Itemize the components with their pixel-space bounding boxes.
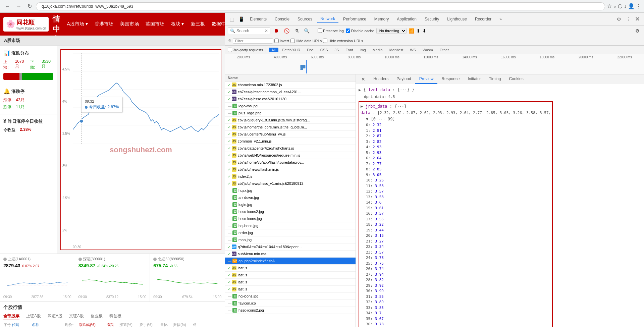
tab-sources[interactable]: Sources [294, 15, 316, 23]
list-item[interactable]: —🖼logo-ths.jpg [225, 103, 356, 110]
list-item[interactable]: ✓CScb7css/q/reset.common_v1.css&201... [225, 89, 356, 96]
list-item[interactable]: —🖼hqzx.jpg [225, 187, 356, 194]
list-item[interactable]: —🖼login.jpg [225, 201, 356, 208]
tab-sz-a[interactable]: 深证A股 [48, 313, 62, 320]
disable-cache-checkbox[interactable]: Disable cache [346, 29, 374, 33]
tab-initiator[interactable]: Initiator [464, 74, 485, 84]
root-expand[interactable]: ▶ [359, 88, 361, 92]
type-font[interactable]: Font [343, 48, 356, 52]
list-item[interactable]: —🖼hssc-icons2.jpg [225, 307, 356, 314]
tab-elements[interactable]: Elements [247, 15, 270, 23]
tab-kcb[interactable]: 科创板 [109, 313, 121, 320]
back-button[interactable]: ← [3, 2, 12, 11]
list-item[interactable]: ✓JScb7js/datacenter/rzrq/highcharts.js [225, 145, 356, 152]
list-item[interactable]: ✓CSsubMenu.min.css [225, 251, 356, 258]
type-other[interactable]: Other [437, 48, 452, 52]
list-item[interactable]: ✓JScb7js/home/v5/app/flash/;puredataprov… [225, 159, 356, 166]
list-item[interactable]: ✓CScb7css/q/hssc.css&20161130 [225, 96, 356, 103]
record-button[interactable]: ⏺ [272, 27, 280, 35]
list-item[interactable]: ✓JScb7js/q/jquery-1.8.3.min.js;ta.min.js… [225, 117, 356, 124]
list-item[interactable]: —🖼arr-down.jpg [225, 194, 356, 201]
list-item[interactable]: —🖼hssc-icons2.jpg [225, 208, 356, 215]
tab-security[interactable]: Security [421, 15, 442, 23]
list-item[interactable]: —🖼plus_logo.png [225, 110, 356, 117]
list-item[interactable]: —🖼hq-icons.jpg [225, 293, 356, 300]
invert-checkbox[interactable]: Invert [274, 39, 289, 43]
list-item[interactable]: —🖼order.jpg [225, 229, 356, 236]
detail-close-icon[interactable]: ✕ [359, 74, 368, 84]
jrbx-expand[interactable]: ▶ [361, 104, 363, 109]
tab-response[interactable]: Response [437, 74, 464, 84]
dots-icon[interactable]: ⋮ [624, 15, 632, 23]
nav-sector[interactable]: 板块 ▾ [171, 21, 184, 27]
type-all[interactable]: All [269, 48, 278, 52]
list-item[interactable]: ✓JSchameleon.min.1723802.js [225, 81, 356, 89]
type-media[interactable]: Media [370, 48, 385, 52]
list-item[interactable]: ✓JScommon_v2.1.min.js [225, 138, 356, 145]
forward-button[interactable]: → [14, 2, 23, 11]
type-ws[interactable]: WS [407, 48, 419, 52]
list-item[interactable]: ✓JScb7js/q/newq/hssc_v1.min.js&20180912 [225, 180, 356, 187]
array-expand[interactable]: ▼ [366, 117, 368, 121]
filter-icon[interactable]: ⚗ [292, 27, 301, 35]
filter-input[interactable] [233, 38, 273, 44]
reload-button[interactable]: ↻ [25, 2, 34, 11]
tab-lighthouse[interactable]: Lighthouse [444, 15, 470, 23]
list-item[interactable]: —🖼hssc-icons.jpg [225, 215, 356, 222]
tab-console[interactable]: Console [271, 15, 293, 23]
clear-button[interactable]: 🚫 [282, 27, 290, 35]
list-item[interactable]: ✓JSlast.js [225, 272, 356, 279]
tab-network[interactable]: Network [317, 15, 338, 23]
devtools-close-icon[interactable]: ✕ [634, 15, 641, 23]
tab-recorder[interactable]: Recorder [472, 15, 495, 23]
tab-cyb[interactable]: 创业板 [91, 313, 103, 320]
tab-more[interactable]: » [496, 15, 505, 23]
type-css[interactable]: CSS [318, 48, 331, 52]
settings2-icon[interactable]: ⚙ [633, 27, 641, 35]
list-item[interactable]: ✓XHq?dt=0&tt=74&rt=104&bt=180&opent... [225, 243, 356, 251]
type-wasm[interactable]: Wasm [420, 48, 436, 52]
list-item[interactable]: —🖼map.jpg [225, 236, 356, 243]
list-item[interactable]: —🖼favicon.ico [225, 300, 356, 307]
throttling-select[interactable]: No throttling [376, 28, 407, 34]
list-item[interactable]: ✓JScb7js/ucenter/subMenu_v4.js [225, 131, 356, 138]
type-img[interactable]: Img [357, 48, 368, 52]
tab-cookies[interactable]: Cookies [505, 74, 527, 84]
third-party-checkbox[interactable]: 3rd-party requests [228, 48, 263, 52]
tab-payload[interactable]: Payload [392, 74, 415, 84]
tab-performance[interactable]: Performance [340, 15, 370, 23]
tab-bj-a[interactable]: 京证A股 [69, 313, 84, 320]
hide-data-urls-checkbox[interactable]: Hide data URLs [290, 39, 322, 43]
tab-headers[interactable]: Headers [369, 74, 392, 84]
list-item[interactable]: ✓JScb7js/home/ths_core.min.js;ths_quote.… [225, 124, 356, 131]
search2-icon[interactable]: 🔍 [303, 27, 311, 35]
type-doc[interactable]: Doc [304, 48, 316, 52]
url-bar[interactable]: q.10jqka.com.cn/#refCountId=www_50a1b74a… [42, 4, 133, 9]
type-js[interactable]: JS [332, 48, 341, 52]
list-item[interactable]: ✓JSlast.js [225, 279, 356, 286]
list-item[interactable]: —APapi.php?t=indexflash& [225, 258, 356, 265]
tab-application[interactable]: Application [393, 15, 420, 23]
list-item[interactable]: ✓JSlast.js [225, 286, 356, 293]
search-input[interactable] [236, 29, 263, 33]
list-item[interactable]: ✓JSlast.js [225, 265, 356, 272]
hide-ext-urls-checkbox[interactable]: Hide extension URLs [323, 39, 363, 43]
tab-timing[interactable]: Timing [485, 74, 505, 84]
nav-data[interactable]: 数据中 [212, 21, 225, 27]
nav-uk[interactable]: 英国市场 [146, 21, 164, 27]
nav-otc[interactable]: 新三板 [191, 21, 205, 27]
type-manifest[interactable]: Manifest [387, 48, 406, 52]
tab-preview[interactable]: Preview [415, 74, 438, 84]
nav-us[interactable]: 美国市场 [120, 21, 139, 27]
list-item[interactable]: ✓JScb7js/webHQ/resources/require.min.js [225, 152, 356, 159]
tab-sh-a[interactable]: 上证A股 [26, 313, 41, 320]
preserve-log-checkbox[interactable]: Preserve log [318, 29, 344, 33]
device-icon[interactable]: 📱 [237, 15, 245, 23]
type-xhr[interactable]: Fetch/XHR [280, 48, 303, 52]
tab-memory[interactable]: Memory [371, 15, 392, 23]
nav-astock[interactable]: A股市场 ▾ [67, 21, 88, 27]
tab-all[interactable]: 全部股票 [3, 313, 19, 320]
inspect-icon[interactable]: ⬚ [228, 15, 236, 23]
list-item[interactable]: ✓JSindex2.js [225, 173, 356, 180]
nav-hk[interactable]: 香港市场 [95, 21, 113, 27]
